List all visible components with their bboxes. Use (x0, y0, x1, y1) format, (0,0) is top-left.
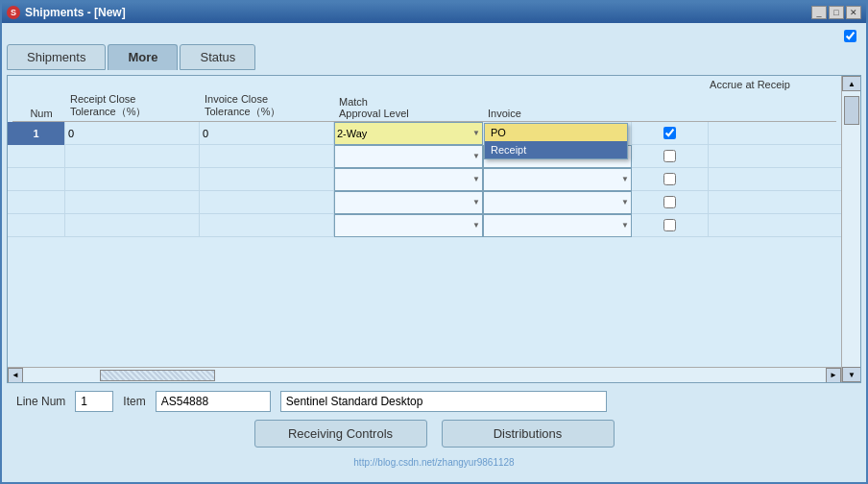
cell-invoice-close-1[interactable] (200, 122, 334, 145)
window-content: Shipments More Status Accrue at Receip (2, 23, 866, 482)
match-arrow-5[interactable]: ▼ (472, 221, 480, 230)
cell-receipt-close-3[interactable] (65, 168, 200, 191)
item-label: Item (123, 395, 145, 408)
accrue-checkbox-3[interactable] (663, 173, 676, 185)
inv-arrow-4[interactable]: ▼ (621, 198, 629, 206)
h-scroll-right[interactable]: ► (826, 368, 841, 383)
main-window: S Shipments - [New] _ □ ✕ Shipments More… (0, 0, 868, 484)
h-scroll-left[interactable]: ◄ (8, 368, 23, 383)
cell-receipt-close-4[interactable] (65, 191, 200, 214)
button-row: Receiving Controls Distributions (16, 420, 852, 448)
cell-accrue-2 (632, 145, 709, 168)
accrue-header: Accrue at Receip (697, 79, 803, 90)
invoice-dropdown-popup: PO Receipt (484, 123, 628, 159)
v-scrollbar: ▲ ▼ (841, 76, 860, 382)
line-num-input[interactable] (75, 391, 113, 412)
h-scroll-thumb[interactable] (100, 370, 215, 381)
cell-invoice-close-2[interactable] (200, 145, 334, 168)
cell-inv-4[interactable]: ▼ (483, 191, 632, 214)
invoice-close-input-1[interactable] (203, 128, 330, 139)
watermark: http://blog.csdn.net/zhangyur9861128 (16, 455, 852, 470)
cell-accrue-3 (632, 168, 709, 191)
column-headers: Num Receipt CloseTolerance（%） Invoice Cl… (8, 90, 841, 121)
tab-shipments[interactable]: Shipments (7, 44, 106, 70)
cell-inv-5[interactable]: ▼ (483, 214, 632, 237)
cell-inv-3[interactable]: ▼ (483, 168, 632, 191)
line-num-label: Line Num (16, 395, 65, 408)
receipt-close-input-1[interactable] (68, 128, 196, 139)
close-button[interactable]: ✕ (846, 6, 861, 19)
popup-item-po[interactable]: PO (485, 124, 627, 141)
cell-receipt-close-2[interactable] (65, 145, 200, 168)
header-num: Num (12, 108, 70, 119)
top-checkbox[interactable] (844, 30, 856, 42)
header-invoice-approval: Invoice (488, 108, 637, 119)
accrue-checkbox-5[interactable] (663, 219, 676, 231)
match-arrow-2[interactable]: ▼ (472, 152, 480, 160)
cell-invoice-close-4[interactable] (200, 191, 334, 214)
table-row: ▼ ▼ (8, 214, 841, 237)
h-scrollbar: ◄ ► (8, 367, 841, 382)
tab-bar: Shipments More Status (7, 44, 861, 70)
accrue-checkbox-4[interactable] (663, 196, 676, 208)
v-scroll-down[interactable]: ▼ (842, 367, 860, 382)
v-scroll-track[interactable] (842, 91, 860, 367)
cell-receipt-close-1[interactable] (65, 122, 200, 145)
cell-match-approval-1[interactable]: 2-Way ▼ PO Receipt (334, 122, 483, 145)
cell-invoice-close-3[interactable] (200, 168, 334, 191)
cell-num-3 (8, 168, 65, 191)
match-arrow-3[interactable]: ▼ (472, 175, 480, 183)
header-receipt-close: Receipt CloseTolerance（%） (70, 93, 205, 119)
receiving-controls-button[interactable]: Receiving Controls (254, 420, 427, 448)
title-bar: S Shipments - [New] _ □ ✕ (2, 2, 866, 23)
table-grid: Accrue at Receip Num Receipt CloseTolera… (8, 76, 860, 382)
match-dropdown-arrow[interactable]: ▼ (472, 129, 480, 137)
cell-accrue-1 (632, 122, 709, 145)
title-buttons: _ □ ✕ (811, 6, 861, 19)
app-icon: S (7, 6, 20, 19)
cell-num-5 (8, 214, 65, 237)
v-scroll-up[interactable]: ▲ (842, 76, 860, 91)
table-main: Accrue at Receip Num Receipt CloseTolera… (8, 76, 841, 382)
title-bar-left: S Shipments - [New] (7, 6, 126, 19)
inv-arrow-5[interactable]: ▼ (621, 221, 629, 230)
line-info: Line Num Item (16, 391, 852, 412)
header-match-approval: MatchApproval Level (339, 96, 488, 119)
table-row: ▼ ▼ (8, 191, 841, 214)
table-row: ▼ ▼ (8, 168, 841, 191)
cell-accrue-4 (632, 191, 709, 214)
tab-more[interactable]: More (108, 44, 178, 70)
maximize-button[interactable]: □ (829, 6, 844, 19)
v-scroll-thumb[interactable] (844, 96, 859, 125)
accrue-checkbox-2[interactable] (663, 150, 676, 162)
cell-invoice-close-5[interactable] (200, 214, 334, 237)
cell-match-4[interactable]: ▼ (334, 191, 483, 214)
match-arrow-4[interactable]: ▼ (472, 198, 480, 206)
cell-match-3[interactable]: ▼ (334, 168, 483, 191)
headers-section: Accrue at Receip Num Receipt CloseTolera… (8, 76, 841, 122)
item-input[interactable] (156, 391, 271, 412)
popup-item-receipt[interactable]: Receipt (485, 141, 627, 158)
cell-match-5[interactable]: ▼ (334, 214, 483, 237)
cell-num-1: 1 (8, 122, 65, 145)
minimize-button[interactable]: _ (811, 6, 827, 19)
table-row: ▼ ▼ (8, 145, 841, 168)
table-row: 1 2-Way ▼ (8, 122, 841, 145)
window-title: Shipments - [New] (25, 6, 126, 19)
distributions-button[interactable]: Distributions (442, 420, 615, 448)
header-invoice-close: Invoice CloseTolerance（%） (205, 93, 339, 119)
checkbox-row (7, 28, 861, 44)
cell-num-2 (8, 145, 65, 168)
cell-num-4 (8, 191, 65, 214)
accrue-checkbox-1[interactable] (663, 127, 676, 139)
main-table-area: Accrue at Receip Num Receipt CloseTolera… (7, 75, 861, 383)
h-scroll-track[interactable] (23, 368, 826, 383)
cell-match-2[interactable]: ▼ (334, 145, 483, 168)
item-desc-input[interactable] (280, 391, 607, 412)
cell-receipt-close-5[interactable] (65, 214, 200, 237)
bottom-area: Line Num Item Receiving Controls Distrib… (7, 383, 861, 477)
tab-status[interactable]: Status (180, 44, 255, 70)
rows-container: 1 2-Way ▼ (8, 122, 841, 367)
cell-accrue-5 (632, 214, 709, 237)
inv-arrow-3[interactable]: ▼ (621, 175, 629, 183)
